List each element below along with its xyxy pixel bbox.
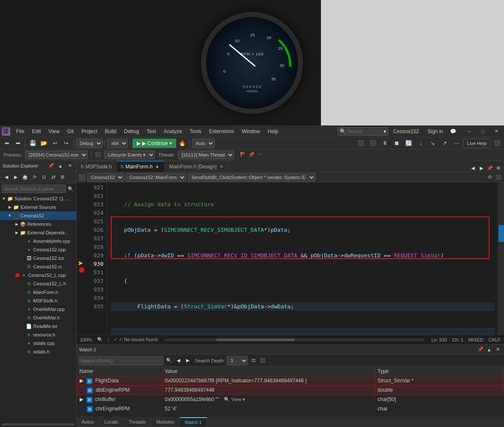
cessna152-arrow[interactable]: ▼ [7, 214, 13, 218]
editor-expand-btn[interactable]: ⬛ [495, 174, 502, 181]
toolbar-stepover-btn[interactable]: ↓ [415, 138, 426, 148]
tab-mainform-design[interactable]: MainForm.h [Design] ✕ [165, 161, 229, 172]
tab-threads[interactable]: Threads [123, 417, 151, 427]
tab-mainform[interactable]: h MainForm.h ✕ [117, 161, 165, 172]
watch-filter-btn[interactable]: ⊡ [249, 357, 257, 364]
watch-row-flightdata[interactable]: ▶ ⊞ FlightData 0x00002234d7b867f8 {RPM_I… [77, 376, 504, 385]
process-dropdown[interactable]: [28264] Cessna152.exe [25, 151, 88, 159]
sol-home[interactable]: 🏠 [21, 174, 29, 181]
add-item-label[interactable]: Add item to watch [77, 413, 504, 417]
debug-config-dropdown[interactable]: Debug [76, 139, 103, 148]
toolbar-restart-btn[interactable]: 🔄 [404, 138, 414, 148]
code-content-area[interactable]: // Assign data to structure pObjData = (… [107, 182, 498, 335]
solution-expand-arrow[interactable]: ▼ [1, 196, 7, 201]
tree-resource-h[interactable]: h resource.h [0, 330, 76, 339]
toolbar-open-btn[interactable]: 📂 [39, 138, 49, 148]
references-arrow[interactable]: ▶ [14, 222, 20, 226]
menu-project[interactable]: Project [78, 128, 100, 135]
toolbar-save-btn[interactable]: 💾 [28, 138, 38, 148]
sol-exp-scrollbar[interactable] [0, 422, 76, 427]
close-button[interactable]: ✕ [490, 127, 502, 136]
tree-stdafx-cpp[interactable]: + stdafx.cpp [0, 339, 76, 347]
tree-onehidvar-h[interactable]: h OneHidVar.h [0, 313, 76, 322]
code-scroll-thumb[interactable] [216, 339, 294, 341]
search-box[interactable]: 🔍 ▾ [338, 127, 388, 136]
minimap[interactable] [498, 182, 504, 335]
tab-msfssdk[interactable]: h MSFSsdk.h [77, 161, 117, 172]
tree-external-sources[interactable]: ▶ 📁 External Sources [0, 203, 76, 211]
sol-refresh[interactable]: ⟳ [31, 174, 38, 181]
sol-sync[interactable]: ⇄ [49, 174, 57, 181]
tab-watch1[interactable]: Watch 1 [180, 417, 207, 427]
sol-exp-close-btn[interactable]: ✕ [66, 162, 74, 170]
watch-pin-btn[interactable]: 📌 [477, 346, 484, 353]
tree-cessna-cpp[interactable]: + Cessna152.cpp [0, 245, 76, 254]
tree-cessna-l-cpp[interactable]: + Cessna152_L.cpp [0, 271, 76, 279]
tab-design-close[interactable]: ✕ [218, 164, 224, 170]
editor-settings-btn[interactable]: ⚙ [486, 174, 494, 181]
pin-btn[interactable]: 📌 [248, 151, 255, 159]
menu-test[interactable]: Test [143, 128, 160, 135]
tab-scroll-right[interactable]: ▶ [478, 164, 485, 172]
toolbar-debug-btn[interactable]: ⬛ [356, 138, 366, 148]
menu-help[interactable]: Help [264, 128, 282, 135]
sign-in-button[interactable]: Sign in [424, 128, 447, 134]
continue-button[interactable]: ▶ ▶ Continue ▾ [132, 139, 176, 148]
tree-references[interactable]: ▶ 📦 References [0, 220, 76, 228]
menu-edit[interactable]: Edit [29, 128, 44, 135]
toolbar-step-btn[interactable]: ⬛ [368, 138, 378, 148]
code-scrollbar-h[interactable] [164, 339, 424, 341]
watch-search-input[interactable] [78, 356, 163, 365]
class-dropdown[interactable]: Cessna152 [87, 173, 124, 182]
tab-settings-btn[interactable]: ⚙ [495, 164, 502, 172]
watch-row-chrbuffer[interactable]: ▶ ⊞ chrBuffer 0x00000055a15fe9b0 "" 🔍 Vi… [77, 395, 504, 404]
menu-view[interactable]: View [45, 128, 63, 135]
watch-search-btn[interactable]: 🔍 [165, 357, 173, 364]
maximize-button[interactable]: □ [477, 127, 489, 136]
tab-scroll-left[interactable]: ◀ [469, 164, 477, 172]
toolbar-step2-btn[interactable]: ⏸ [380, 138, 390, 148]
tree-solution[interactable]: ▼ 📁 Solution 'Cessna152' (1 ... [0, 194, 76, 203]
watch-nav-right[interactable]: ▶ [184, 357, 192, 364]
toolbar-forward-btn[interactable]: ➡ [13, 138, 23, 148]
search-dropdown-arrow[interactable]: ▾ [384, 128, 386, 134]
sol-scroll-thumb[interactable] [2, 423, 74, 426]
sol-exp-pin-btn[interactable]: 📌 [47, 162, 55, 170]
thread-dropdown[interactable]: [15112] Main Thread [178, 151, 234, 159]
search-input[interactable] [348, 129, 382, 134]
menu-debug[interactable]: Debug [120, 128, 142, 135]
tree-msfssdk-h[interactable]: h MSFSsdk.h [0, 296, 76, 305]
menu-git[interactable]: Git [64, 128, 77, 135]
platform-dropdown[interactable]: x64 [107, 139, 128, 148]
sol-search-btn[interactable]: 🔍 [67, 185, 74, 193]
watch-row-dblenginerpm[interactable]: ⊞ dblEngineRPM 777.94839468497446 double [77, 385, 504, 395]
tab-autos[interactable]: Autos [77, 417, 99, 427]
depth-dropdown[interactable]: 3 [226, 356, 248, 365]
live-help-button[interactable]: Live Help [463, 139, 490, 148]
code-content[interactable]: // Assign data to structure pObjData = (… [107, 182, 498, 335]
menu-window[interactable]: Window [238, 128, 263, 135]
toolbar-redo-btn[interactable]: ↪ [61, 138, 71, 148]
member-dropdown[interactable]: Cessna152::MainForm [126, 173, 186, 182]
menu-file[interactable]: File [13, 128, 28, 135]
minimize-button[interactable]: ─ [463, 127, 475, 136]
watch-expand-btn[interactable]: ⬛ [259, 357, 266, 364]
tree-assemblyinfo[interactable]: + AssemblyInfo.cpp [0, 237, 76, 245]
toolbar-back-btn[interactable]: ⬅ [2, 138, 12, 148]
tree-stdafx-h[interactable]: h stdafx.h [0, 347, 76, 356]
tab-mainform-close[interactable]: ✕ [154, 164, 160, 170]
tab-pin-btn[interactable]: 📌 [486, 164, 494, 172]
tree-cessna-ico[interactable]: 🖼 Cessna152.ico [0, 254, 76, 262]
chrbuffer-expand-icon[interactable]: ▶ [80, 396, 83, 402]
view-link[interactable]: 🔍 View ▾ [224, 397, 245, 402]
tree-onehidvar-cpp[interactable]: + OneHidVar.cpp [0, 305, 76, 313]
tree-mainform-h[interactable]: h MainForm.h [0, 288, 76, 296]
watch-close-btn[interactable]: ✕ [494, 346, 501, 353]
menu-extensions[interactable]: Extensions [206, 128, 238, 135]
sol-exp-arrow-btn[interactable]: ▲ [57, 162, 64, 170]
watch-arrow-btn[interactable]: ▲ [485, 346, 493, 353]
sol-nav-back[interactable]: ◀ [3, 174, 10, 181]
sol-nav-fwd[interactable]: ▶ [12, 174, 20, 181]
toolbar-undo-btn[interactable]: ↩ [50, 138, 60, 148]
toolbar-more-btn[interactable]: ⋯ [451, 138, 461, 148]
